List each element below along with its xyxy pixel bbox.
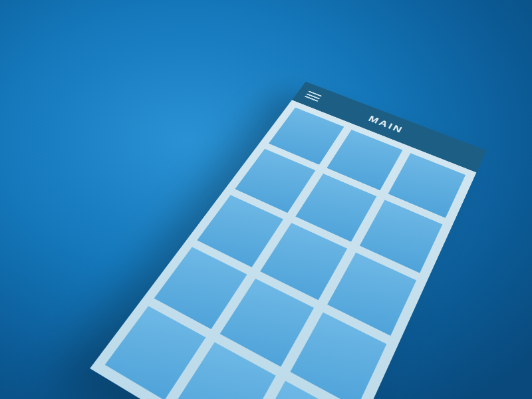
app-screen: MAIN — [90, 82, 486, 399]
perspective-backdrop: MAIN — [0, 0, 532, 399]
device-mockup: MAIN — [90, 82, 486, 399]
